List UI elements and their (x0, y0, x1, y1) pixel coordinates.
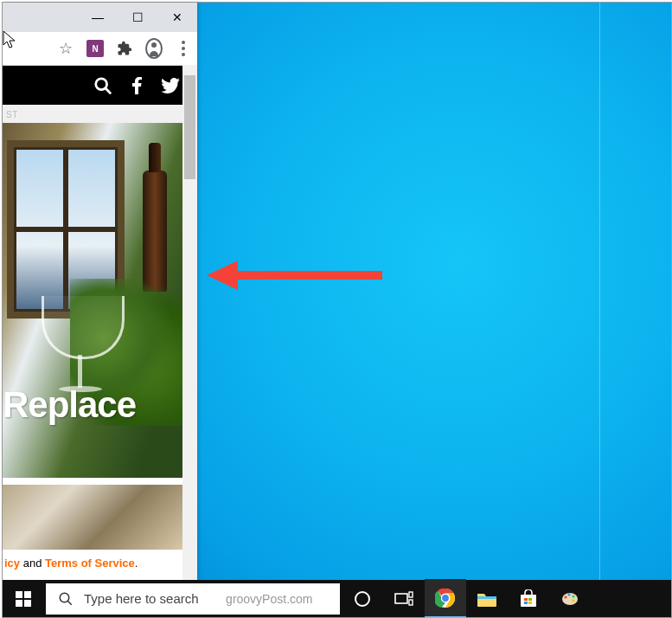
scrollbar-thumb[interactable] (184, 75, 195, 179)
browser-window: — ☐ ✕ ☆ N ST (3, 3, 197, 580)
image-watermark: groovyPost.com (199, 592, 340, 606)
browser-menu-icon[interactable] (175, 40, 192, 57)
svg-rect-18 (528, 602, 532, 604)
cortana-button[interactable] (342, 580, 383, 617)
legal-and: and (20, 557, 45, 570)
mouse-cursor (3, 30, 18, 51)
search-icon (58, 591, 74, 607)
svg-point-21 (567, 593, 570, 595)
thumbnail-row (3, 485, 182, 550)
bookmark-star-icon[interactable]: ☆ (57, 40, 74, 57)
extensions-icon[interactable] (116, 40, 133, 57)
start-button[interactable] (3, 580, 44, 617)
site-header-bar (3, 66, 197, 105)
folder-icon (477, 590, 497, 608)
breadcrumb-bar: ST (3, 105, 197, 124)
svg-rect-15 (524, 598, 528, 601)
chrome-icon (435, 588, 456, 608)
search-icon[interactable] (93, 76, 112, 95)
twitter-icon[interactable] (161, 78, 180, 93)
svg-line-3 (106, 87, 111, 93)
window-titlebar[interactable]: — ☐ ✕ (3, 3, 197, 32)
svg-rect-16 (528, 598, 532, 601)
thumbnail-image[interactable] (3, 485, 182, 550)
search-placeholder: Type here to search (84, 591, 199, 606)
vertical-scrollbar[interactable] (182, 65, 197, 580)
svg-marker-1 (207, 261, 238, 290)
onenote-extension-icon[interactable]: N (86, 40, 104, 57)
windows-logo-icon (16, 591, 31, 607)
svg-rect-9 (409, 600, 413, 605)
microsoft-store-taskbar-item[interactable] (508, 580, 549, 617)
task-view-button[interactable] (383, 580, 425, 617)
svg-point-6 (355, 592, 369, 606)
legal-policy-link-fragment[interactable]: icy (4, 557, 20, 570)
hero-bottle-detail (143, 171, 167, 292)
svg-point-22 (572, 595, 574, 597)
svg-point-23 (572, 599, 574, 602)
facebook-icon[interactable] (131, 77, 142, 94)
wallpaper-edge (599, 3, 600, 580)
svg-line-5 (67, 601, 72, 605)
file-explorer-taskbar-item[interactable] (466, 580, 508, 617)
cortana-icon (354, 590, 371, 608)
page-content: Replace icy and Terms of Service. (3, 123, 182, 580)
article-headline-fragment: Replace (3, 384, 136, 426)
svg-rect-8 (409, 592, 413, 597)
maximize-button[interactable]: ☐ (118, 3, 157, 32)
svg-rect-7 (395, 594, 407, 603)
hero-image: Replace (3, 123, 182, 478)
profile-avatar-icon[interactable] (145, 40, 163, 57)
legal-tos-link[interactable]: Terms of Service (45, 557, 135, 570)
taskbar-search-box[interactable]: Type here to search groovyPost.com (46, 583, 340, 615)
legal-text: icy and Terms of Service. (3, 550, 182, 576)
svg-rect-17 (524, 602, 528, 604)
minimize-button[interactable]: — (78, 3, 118, 32)
app-taskbar-item[interactable] (549, 580, 591, 617)
breadcrumb-fragment: ST (6, 110, 18, 119)
close-button[interactable]: ✕ (157, 3, 197, 32)
attention-arrow-left (205, 254, 387, 297)
svg-rect-13 (477, 596, 496, 599)
paint-icon (560, 590, 579, 608)
svg-point-4 (60, 593, 69, 602)
taskview-icon (394, 591, 413, 607)
legal-period: . (135, 557, 138, 570)
svg-point-2 (96, 78, 107, 89)
windows-taskbar: Type here to search groovyPost.com (3, 580, 671, 617)
screenshot-frame: — ☐ ✕ ☆ N ST (2, 2, 672, 618)
browser-toolbar: ☆ N (3, 32, 197, 66)
store-icon (519, 589, 538, 608)
svg-point-20 (564, 595, 566, 598)
chrome-taskbar-item[interactable] (425, 579, 466, 618)
